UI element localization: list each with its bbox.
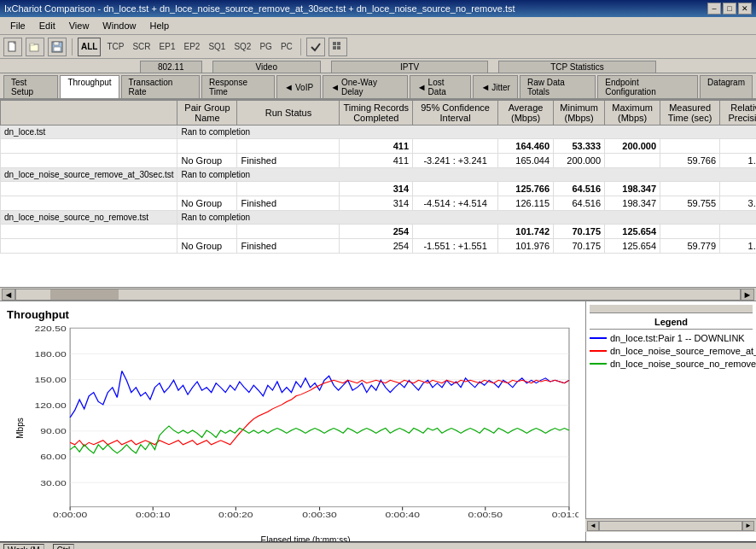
svg-text:30.00: 30.00	[40, 478, 66, 487]
tab-response-time[interactable]: Response Time	[201, 75, 275, 98]
menu-window[interactable]: Window	[96, 19, 142, 32]
filter-ep2[interactable]: EP2	[181, 40, 202, 53]
stats-name	[1, 225, 177, 239]
data-table-container[interactable]: Pair GroupName Run Status Timing Records…	[0, 100, 756, 288]
detail-minimum: 200.000	[554, 154, 605, 168]
minimize-button[interactable]: –	[707, 3, 721, 15]
legend-scroll-track[interactable]	[599, 521, 742, 531]
stats-average: 101.742	[498, 225, 554, 239]
stats-name	[1, 182, 177, 196]
tab-lost-data[interactable]: ◄Lost Data	[410, 75, 472, 98]
scroll-left-btn[interactable]: ◄	[2, 289, 15, 301]
run-status-cell: Ran to completion	[177, 168, 756, 182]
chart-main: Throughput Mbps	[0, 301, 585, 541]
detail-average: 165.044	[498, 154, 554, 168]
title-bar: IxChariot Comparison - dn_loce.tst + dn_…	[0, 0, 756, 17]
menu-file[interactable]: File	[3, 19, 32, 32]
menu-edit[interactable]: Edit	[32, 19, 62, 32]
lost-icon: ◄	[417, 82, 427, 92]
menu-help[interactable]: Help	[142, 19, 176, 32]
col-pair-group: Pair GroupName	[177, 101, 237, 126]
detail-records: 411	[340, 154, 413, 168]
detail-minimum: 70.175	[554, 239, 605, 254]
legend-label-2: dn_loce_noise_source_remove_at_30s...	[610, 346, 756, 356]
detail-runstatus: Finished	[237, 196, 340, 211]
legend-color-3	[590, 363, 607, 365]
filter-all-button[interactable]: ALL	[78, 38, 101, 56]
detail-name	[1, 196, 177, 211]
detail-confidence: -1.551 : +1.551	[413, 239, 498, 254]
sub-tab-bar: Test Setup Throughput Transaction Rate R…	[0, 73, 756, 100]
x-axis-label: Elapsed time (h:mm:ss)	[32, 535, 579, 541]
check-button[interactable]	[306, 38, 325, 56]
filter-scr[interactable]: SCR	[130, 40, 153, 53]
legend-scroll-right[interactable]: ►	[742, 521, 754, 531]
tab-raw-data[interactable]: Raw Data Totals	[520, 75, 596, 98]
main-content: Pair GroupName Run Status Timing Records…	[0, 100, 756, 541]
stats-average: 164.460	[498, 139, 554, 154]
legend-color-2	[590, 350, 607, 352]
open-button[interactable]	[26, 38, 44, 56]
nav-group-8021: 802.11	[140, 61, 202, 73]
svg-rect-9	[333, 46, 336, 50]
stats-runstatus	[237, 139, 340, 154]
table-row: dn_loce.tst Ran to completion	[1, 126, 757, 139]
table-scrollbar[interactable]: ◄ ►	[0, 288, 756, 301]
tab-one-way-delay[interactable]: ◄One-Way Delay	[323, 75, 408, 98]
col-precision: RelativePrecision	[720, 101, 756, 126]
table-header-row: Pair GroupName Run Status Timing Records…	[1, 101, 757, 126]
tab-transaction-rate[interactable]: Transaction Rate	[121, 75, 200, 98]
svg-text:180.00: 180.00	[35, 349, 67, 358]
legend-scrollbar[interactable]: ◄ ►	[585, 518, 756, 532]
stats-time	[660, 139, 720, 154]
filter-sq2[interactable]: SQ2	[231, 40, 253, 53]
stats-maximum: 125.654	[605, 225, 660, 239]
svg-text:0:00:10: 0:00:10	[136, 511, 170, 519]
detail-precision: 1.963	[720, 154, 756, 168]
svg-rect-6	[54, 47, 61, 51]
table-row: 411 164.460 53.333 200.000	[1, 139, 757, 154]
scroll-right-btn[interactable]: ►	[741, 289, 754, 301]
menu-view[interactable]: View	[62, 19, 96, 32]
y-axis-area: Mbps	[7, 324, 32, 532]
tab-voip[interactable]: ◄VoIP	[276, 75, 321, 98]
col-timing: Timing RecordsCompleted	[340, 101, 413, 126]
tab-test-setup[interactable]: Test Setup	[3, 75, 58, 98]
legend-scroll-left[interactable]: ◄	[587, 521, 599, 531]
grid-button[interactable]	[329, 38, 347, 56]
filter-ep1[interactable]: EP1	[157, 40, 178, 53]
svg-text:0:00:50: 0:00:50	[468, 511, 503, 519]
tab-throughput[interactable]: Throughput	[60, 75, 119, 98]
table-row: No Group Finished 411 -3.241 : +3.241 16…	[1, 154, 757, 168]
svg-rect-7	[333, 42, 336, 45]
filter-pg[interactable]: PG	[257, 40, 274, 53]
run-status-cell: Ran to completion	[177, 126, 756, 139]
svg-rect-3	[30, 44, 34, 45]
legend-label-1: dn_loce.tst:Pair 1 -- DOWNLINK	[610, 333, 745, 343]
detail-records: 314	[340, 196, 413, 211]
nav-tab-bar: 802.11 Video IPTV TCP Statistics	[0, 59, 756, 73]
filter-tcp[interactable]: TCP	[104, 40, 126, 53]
h-scrollbar-track[interactable]	[15, 289, 741, 301]
h-scrollbar-thumb[interactable]	[50, 289, 119, 300]
svg-text:0:00:20: 0:00:20	[218, 511, 253, 519]
title-text: IxChariot Comparison - dn_loce.tst + dn_…	[4, 3, 515, 14]
save-button[interactable]	[48, 38, 67, 56]
detail-precision: 1.521	[720, 239, 756, 254]
detail-runstatus: Finished	[237, 239, 340, 254]
stats-time	[660, 225, 720, 239]
tab-endpoint[interactable]: Endpoint Configuration	[597, 75, 698, 98]
stats-records: 411	[340, 139, 413, 154]
close-button[interactable]: ✕	[738, 3, 752, 15]
filter-sq1[interactable]: SQ1	[206, 40, 228, 53]
maximize-button[interactable]: □	[723, 3, 736, 15]
stats-precision	[720, 182, 756, 196]
stats-confidence	[413, 139, 498, 154]
legend-color-1	[590, 337, 607, 339]
new-button[interactable]	[3, 38, 22, 56]
nav-group-tcp: TCP Statistics	[498, 61, 656, 73]
tab-datagram[interactable]: Datagram	[700, 75, 753, 98]
filter-pc[interactable]: PC	[278, 40, 295, 53]
tab-jitter[interactable]: ◄Jitter	[473, 75, 518, 98]
detail-time: 59.766	[660, 154, 720, 168]
